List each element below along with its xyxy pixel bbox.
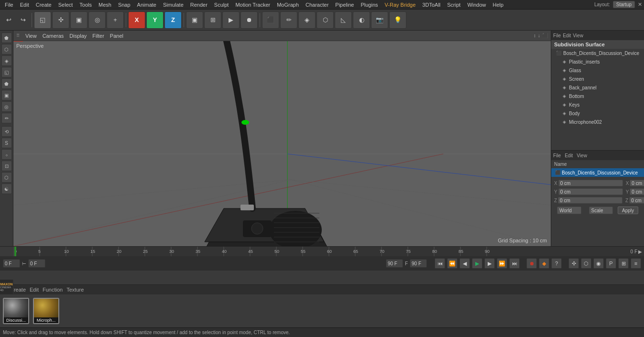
timeline-playhead[interactable]	[14, 247, 16, 256]
scene-item-3[interactable]: ◈ Screen	[551, 75, 644, 83]
camera-btn[interactable]: 📷	[371, 11, 388, 29]
scene-item-1[interactable]: ◈ Plastic_inserts	[551, 57, 644, 66]
viewport-menu-view[interactable]: View	[25, 33, 37, 39]
layout-dropdown[interactable]: Startup	[613, 1, 635, 8]
tl-prev-frame-btn[interactable]: ⏪	[447, 258, 458, 269]
menu-item-motion-tracker[interactable]: Motion Tracker	[232, 1, 273, 9]
move-tool-btn[interactable]: ✣	[52, 11, 69, 29]
tl-next-key-btn[interactable]: ▶	[484, 258, 495, 269]
menu-item-script[interactable]: Script	[444, 1, 463, 9]
object-tool-btn[interactable]: +	[107, 11, 124, 29]
menu-item-character[interactable]: Character	[303, 1, 331, 9]
tl-goto-end-btn[interactable]: ⏭	[509, 258, 520, 269]
tl-prev-key-btn[interactable]: ◀	[459, 258, 470, 269]
coord-y-pos[interactable]	[558, 188, 623, 195]
tl-layerset-btn[interactable]: ◉	[593, 258, 604, 269]
render-btn[interactable]: ▶	[222, 11, 240, 29]
menu-item-select[interactable]: Select	[55, 1, 76, 9]
world-dropdown[interactable]: World	[557, 207, 581, 214]
scene-item-2[interactable]: ◈ Glass	[551, 66, 644, 75]
material-swatch-0[interactable]: Discussi...	[3, 298, 29, 324]
menu-item-simulate[interactable]: Simulate	[160, 1, 186, 9]
menu-item-plugins[interactable]: Plugins	[358, 1, 381, 9]
coord-size-z[interactable]	[629, 197, 644, 204]
tl-list-btn[interactable]: ≡	[631, 258, 641, 269]
viewport[interactable]: Perspective Grid Spacing : 10 cm	[13, 41, 551, 246]
material-swatch-1[interactable]: Microph...	[33, 298, 59, 324]
tl-grid-btn[interactable]: ⊞	[618, 258, 629, 269]
viewport-menu-display[interactable]: Display	[69, 33, 87, 39]
tl-preview-end[interactable]: 90 F	[386, 259, 403, 268]
menu-item-snap[interactable]: Snap	[115, 1, 133, 9]
mat-menu-texture[interactable]: Texture	[66, 287, 84, 293]
menu-item-mograph[interactable]: MoGraph	[274, 1, 302, 9]
coord-size-x[interactable]	[630, 180, 644, 186]
sidebar-btn-4[interactable]: ◱	[1, 67, 12, 77]
sidebar-btn-11[interactable]: ⬦	[1, 149, 12, 160]
render-view-btn[interactable]: ▣	[186, 11, 203, 29]
menu-item-animate[interactable]: Animate	[134, 1, 159, 9]
attr-menu-edit[interactable]: Edit	[565, 153, 573, 158]
effector-btn[interactable]: ◐	[353, 11, 370, 29]
obj-menu-view[interactable]: View	[573, 33, 583, 38]
pen-btn[interactable]: ✏	[280, 11, 297, 29]
sidebar-btn-12[interactable]: ⊡	[1, 161, 12, 171]
tl-preview-start[interactable]: 0 F	[28, 259, 45, 268]
sidebar-btn-1[interactable]: ⬟	[1, 33, 12, 43]
viewport-menu-filter[interactable]: Filter	[92, 33, 104, 39]
select-tool-btn[interactable]: ◱	[34, 11, 51, 29]
coord-size-y[interactable]	[630, 188, 644, 195]
timeline-scroll-right[interactable]: ▶	[638, 249, 642, 254]
tl-frame-start[interactable]: 0 F	[3, 259, 20, 268]
scene-item-5[interactable]: ◈ Bottom	[551, 92, 644, 100]
sidebar-btn-7[interactable]: ◎	[1, 101, 12, 112]
sidebar-btn-9[interactable]: ⟲	[1, 126, 12, 137]
menu-item-help[interactable]: Help	[490, 1, 507, 9]
attr-menu-view[interactable]: View	[577, 153, 587, 158]
layout-close-btn[interactable]: ✕	[638, 1, 642, 8]
menu-item-3dtoall[interactable]: 3DToAll	[419, 1, 443, 9]
redo-btn[interactable]: ↪	[16, 13, 30, 27]
menu-item-pipeline[interactable]: Pipeline	[332, 1, 357, 9]
render-region-btn[interactable]: ⊞	[204, 11, 221, 29]
menu-item-vray-bridge[interactable]: V-Ray Bridge	[382, 1, 419, 9]
obj-menu-edit[interactable]: Edit	[563, 33, 571, 38]
coord-z-pos[interactable]	[558, 197, 622, 204]
tl-param-btn[interactable]: P	[606, 258, 616, 269]
viewport-menu-panel[interactable]: Panel	[110, 33, 123, 39]
x-axis-btn[interactable]: X	[128, 11, 145, 29]
scene-item-6[interactable]: ◈ Keys	[551, 100, 644, 109]
coord-x-pos[interactable]	[558, 180, 623, 186]
sidebar-btn-5[interactable]: ⬟	[1, 78, 12, 89]
scene-item-0[interactable]: ⬛ Bosch_Dicentis_Discussion_Device	[551, 49, 644, 57]
undo-btn[interactable]: ↩	[2, 13, 15, 27]
sidebar-btn-2[interactable]: ⬡	[1, 44, 12, 54]
z-axis-btn[interactable]: Z	[164, 11, 182, 29]
attr-name-value[interactable]: ⬛ Bosch_Dicentis_Discussion_Device	[551, 168, 644, 177]
menu-item-mesh[interactable]: Mesh	[96, 1, 114, 9]
scale-dropdown[interactable]: Scale	[589, 207, 613, 214]
tl-keyframe-btn[interactable]: ◆	[539, 258, 549, 269]
sidebar-btn-14[interactable]: ☯	[1, 184, 12, 194]
apply-button[interactable]: Apply	[618, 207, 638, 214]
menu-item-window[interactable]: Window	[464, 1, 489, 9]
sidebar-btn-13[interactable]: ⬡	[1, 172, 12, 183]
mat-menu-edit[interactable]: Edit	[30, 287, 39, 293]
tl-goto-start-btn[interactable]: ⏮	[435, 258, 445, 269]
tl-record-btn[interactable]: ⏺	[526, 258, 537, 269]
tl-onion-btn[interactable]: ⬡	[581, 258, 591, 269]
render-to-pic-btn[interactable]: ⏺	[240, 11, 258, 29]
sidebar-btn-10[interactable]: S	[1, 138, 12, 148]
scene-item-4[interactable]: ◈ Back_pannel	[551, 83, 644, 92]
spline-btn[interactable]: ⬡	[317, 11, 334, 29]
sidebar-btn-6[interactable]: ▣	[1, 90, 12, 100]
tl-end-frame[interactable]: 90 F	[410, 259, 427, 268]
obj-menu-file[interactable]: File	[553, 33, 561, 38]
viewport-icon-1[interactable]: ↕	[534, 33, 536, 38]
sidebar-btn-3[interactable]: ◈	[1, 55, 12, 66]
deform-btn[interactable]: ◺	[335, 11, 352, 29]
scene-item-7[interactable]: ◈ Body	[551, 109, 644, 118]
sidebar-btn-8[interactable]: ✏	[1, 113, 12, 123]
viewport-icon-2[interactable]: ↓	[538, 33, 540, 38]
attr-menu-file[interactable]: File	[553, 153, 561, 158]
